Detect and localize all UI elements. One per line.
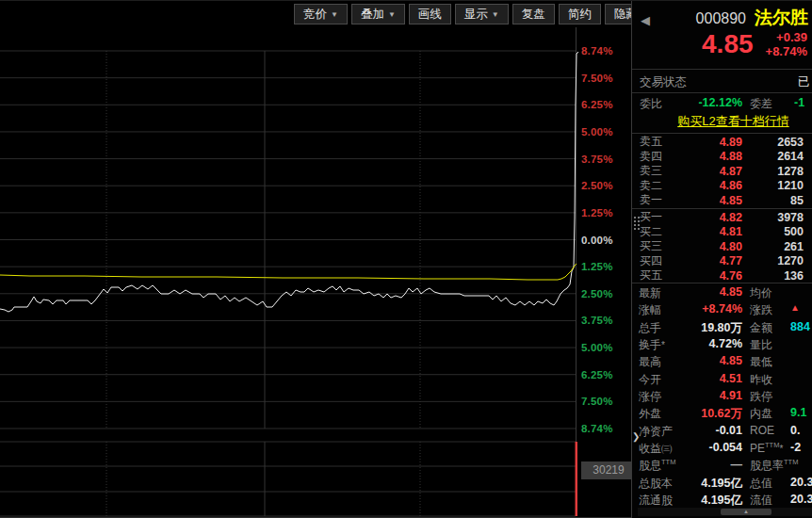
detail-row: 今开4.51昨收 [632,370,812,387]
sell-row[interactable]: 卖二4.861210 [632,178,812,193]
toolbar-button-label: 画线 [418,7,442,23]
l2-promo-row: 购买L2查看十档行情 [632,112,812,134]
weibi-label: 委比 [640,96,662,112]
toolbar-button-显示[interactable]: 显示▼ [455,4,509,24]
queue-label: 卖五 [640,134,675,150]
buy-row[interactable]: 买二4.81500 [632,224,812,239]
sell-row[interactable]: 卖一4.8585 [632,192,812,207]
queue-vol: 2653 [742,136,804,149]
intraday-chart[interactable] [0,1,580,518]
detail-row: 涨停4.91跌停 [632,387,812,404]
queue-vol: 3978 [742,211,804,224]
detail-label: 总手 [639,320,661,336]
panel-scrollbar-thumb[interactable]: ▲ [721,509,771,515]
queue-label: 买五 [640,267,675,283]
trade-status-value: 已 [798,74,810,90]
toolbar-button-简约[interactable]: 简约 [559,4,601,24]
buy-row[interactable]: 买一4.823978 [632,209,812,224]
queue-vol: 85 [742,194,804,207]
buy-row[interactable]: 买三4.80261 [632,238,812,253]
queue-vol: 1270 [742,254,804,267]
detail-label: 涨幅 [639,302,661,318]
queue-price: 4.77 [675,254,742,267]
detail-row: 总手19.80万金额884 [632,318,812,335]
detail-label-2: 昨收 [750,372,772,388]
y-axis-tick-label: 2.50% [581,288,613,299]
detail-label: 最新 [639,285,661,301]
detail-label-2: 内盘 [750,406,772,422]
detail-value: 4.91 [674,389,742,402]
y-axis-tick-label: 6.25% [581,369,613,380]
buy-row[interactable]: 买四4.771270 [632,253,812,268]
back-icon[interactable]: ◀ [641,13,650,27]
sell-row[interactable]: 卖四4.882614 [632,149,812,164]
y-axis-tick-label: 1.25% [581,207,613,219]
detail-value: 4.51 [674,372,742,385]
detail-label: 今开 [639,372,661,388]
detail-row: 收益㈢-0.054PETTM*-2 [632,439,812,456]
detail-value-2: 20.3 [790,493,812,506]
detail-value-2: 20.3 [790,476,812,489]
buy-row[interactable]: 买五4.76136 [632,267,812,283]
chart-toolbar: 竞价▼叠加▼画线显示▼复盘简约隐藏▶▶ [294,4,686,24]
detail-row: 涨幅+8.74%涨跌▲ [632,300,812,317]
y-axis-tick-label: 2.50% [581,180,613,191]
detail-value-2: 0. [790,424,800,437]
detail-value: 4.72% [674,337,742,350]
commission-ratio-row: 委比 -12.12% 委差 -1 [632,93,812,113]
queue-price: 4.89 [675,136,742,149]
detail-row: 流通股4.195亿流值20.3 [632,491,812,508]
queue-price: 4.87 [675,165,742,178]
queue-label: 卖二 [640,178,675,194]
detail-value: 4.85 [674,285,742,299]
y-axis-tick-label: 5.00% [581,342,613,353]
y-axis-tick-label: 1.25% [581,261,613,272]
detail-label: 总股本 [639,476,673,492]
detail-row: 外盘10.62万内盘9.1 [632,404,812,421]
y-axis-tick-label: 3.75% [581,315,613,326]
volume-axis-label: 30219 [581,461,636,479]
detail-row: 净资产-0.01ROE0. [632,422,812,439]
toolbar-button-label: 显示 [464,7,488,23]
queue-vol: 500 [742,225,804,238]
y-axis-tick-label: 5.00% [581,126,613,138]
sell-queue: 卖五4.892653卖四4.882614卖三4.871278卖二4.861210… [632,134,812,207]
detail-row: 总股本4.195亿总值20.3 [632,474,812,491]
detail-label-2: 涨跌 [750,302,772,318]
queue-label: 买三 [640,238,675,254]
queue-price: 4.76 [675,269,742,283]
detail-row: 股息TTM—股息率TTM [632,456,812,473]
sell-row[interactable]: 卖三4.871278 [632,163,812,178]
toolbar-button-叠加[interactable]: 叠加▼ [351,4,405,24]
toolbar-button-label: 叠加 [361,7,384,23]
detail-value: 4.195亿 [674,476,742,492]
weibi-value: -12.12% [668,96,742,109]
weicha-label: 委差 [750,96,772,112]
chevron-down-icon: ▼ [388,10,396,19]
queue-label: 卖三 [640,163,675,179]
queue-vol: 1210 [742,179,804,192]
detail-label-2: 股息率TTM [750,458,798,474]
y-axis-tick-label: 7.50% [581,396,613,407]
detail-label: 收益㈢ [639,441,673,457]
y-axis-tick-label: 8.74% [581,423,613,434]
detail-value-2: 9.1 [790,406,806,419]
queue-label: 买二 [640,224,675,240]
toolbar-button-竞价[interactable]: 竞价▼ [294,4,348,24]
toolbar-button-复盘[interactable]: 复盘 [512,4,555,24]
panel-collapse-icon[interactable]: ❯ [632,427,641,447]
l2-link[interactable]: 购买L2查看十档行情 [677,114,788,128]
detail-label: 股息TTM [639,458,675,474]
toolbar-button-画线[interactable]: 画线 [409,4,451,24]
detail-label-2: 量比 [750,337,772,353]
queue-label: 买四 [640,253,675,269]
queue-price: 4.82 [675,211,742,224]
detail-label: 换手* [639,337,665,353]
queue-vol: 261 [742,240,804,253]
sell-row[interactable]: 卖五4.892653 [632,134,812,149]
price-change: +0.39 [776,30,807,44]
toolbar-button-label: 竞价 [303,7,327,23]
detail-label-2: 均价 [750,285,772,301]
queue-price: 4.85 [675,194,742,207]
panel-resize-grip-icon[interactable] [633,216,641,231]
